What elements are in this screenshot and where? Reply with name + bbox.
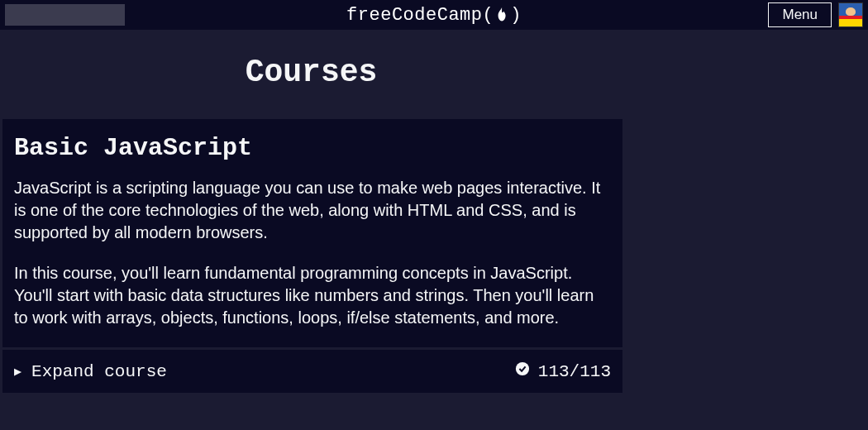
avatar[interactable] — [838, 2, 863, 27]
course-description-2: In this course, you'll learn fundamental… — [14, 262, 611, 329]
course-description-1: JavaScript is a scripting language you c… — [14, 177, 611, 244]
logo-text-left: freeCodeCamp( — [346, 5, 494, 26]
expand-label: Expand course — [31, 362, 167, 381]
course-card: Basic JavaScript JavaScript is a scripti… — [2, 119, 622, 347]
logo: freeCodeCamp( ) — [346, 5, 522, 26]
page-title: Courses — [0, 30, 622, 119]
expand-course-button[interactable]: ▶ Expand course 113/113 — [2, 350, 622, 393]
menu-button[interactable]: Menu — [768, 2, 832, 27]
expand-left: ▶ Expand course — [14, 362, 167, 381]
progress-count: 113/113 — [538, 362, 611, 381]
header: freeCodeCamp( ) Menu — [0, 0, 868, 30]
svg-point-0 — [516, 362, 529, 375]
course-title: Basic JavaScript — [14, 134, 611, 162]
expand-right: 113/113 — [515, 361, 611, 381]
header-right: Menu — [768, 2, 863, 27]
triangle-right-icon: ▶ — [14, 364, 21, 380]
check-circle-icon — [515, 361, 530, 381]
logo-text-right: ) — [510, 5, 522, 26]
fire-icon — [494, 6, 509, 24]
search-input[interactable] — [5, 4, 125, 26]
